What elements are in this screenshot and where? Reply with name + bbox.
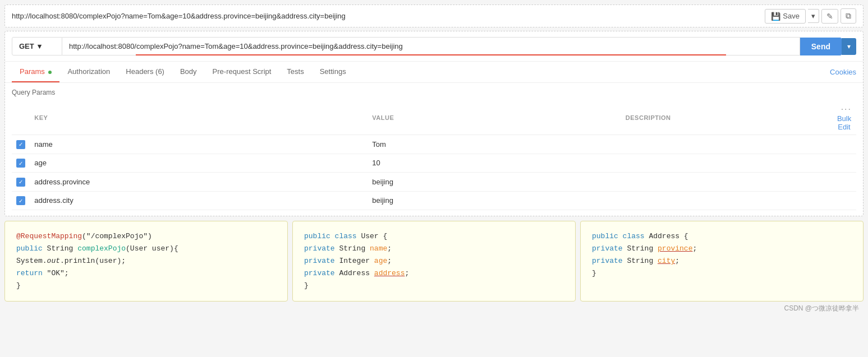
tab-tests[interactable]: Tests: [279, 62, 311, 82]
code-token: ;: [675, 257, 679, 265]
row-value[interactable]: beijing: [368, 191, 621, 210]
code-token: private: [304, 269, 335, 277]
tab-authorization[interactable]: Authorization: [59, 62, 118, 82]
tab-tests-label: Tests: [287, 67, 304, 76]
code-token: public: [592, 232, 623, 240]
edit-icon: ✎: [826, 12, 833, 21]
tab-params-label: Params: [20, 67, 45, 76]
code-token: String: [43, 244, 77, 253]
query-params-section: Query Params KEY VALUE DESCRIPTION ··· B…: [5, 83, 863, 216]
row-key[interactable]: address.city: [30, 191, 368, 210]
row-value[interactable]: 10: [368, 154, 621, 173]
row-description[interactable]: [621, 173, 832, 192]
code-token: ;: [405, 269, 409, 277]
cookies-link[interactable]: Cookies: [830, 62, 856, 82]
table-row: ✓ address.province beijing: [12, 173, 856, 192]
code-line: }: [592, 267, 852, 280]
col-actions-header: ··· Bulk Edit: [832, 101, 856, 135]
code-token: User {: [361, 232, 387, 240]
row-value[interactable]: Tom: [368, 135, 621, 154]
code-token: public: [16, 244, 43, 253]
code-token: city: [658, 257, 675, 265]
tab-pre-request[interactable]: Pre-request Script: [205, 62, 279, 82]
code-panels: @RequestMapping("/complexPojo")public St…: [4, 221, 864, 302]
code-token: private: [304, 244, 335, 253]
row-actions: [832, 173, 856, 192]
code-token: Address {: [649, 232, 688, 240]
code-token: province: [658, 244, 692, 253]
top-url-text: http://localhost:8080/complexPojo?name=T…: [12, 12, 346, 20]
code-line: private Address address;: [304, 267, 564, 280]
save-button[interactable]: 💾 Save: [765, 9, 806, 24]
code-token: ("/complexPojo"): [82, 232, 152, 240]
row-checkbox[interactable]: ✓: [12, 173, 30, 192]
code-panel-2: public class User { private String name;…: [292, 221, 576, 302]
send-label: Send: [811, 42, 830, 51]
code-token: "OK";: [43, 269, 69, 277]
code-token: }: [304, 281, 309, 290]
edit-icon-button[interactable]: ✎: [821, 9, 838, 24]
main-container: http://localhost:8080/complexPojo?name=T…: [0, 0, 868, 357]
query-params-title: Query Params: [12, 89, 856, 96]
csdn-watermark: CSDN @つ微凉徒晔拿半: [4, 302, 864, 316]
row-checkbox[interactable]: ✓: [12, 154, 30, 173]
table-row: ✓ name Tom: [12, 135, 856, 154]
method-label: GET: [19, 42, 34, 50]
save-dropdown-button[interactable]: ▾: [808, 9, 819, 23]
tab-settings[interactable]: Settings: [312, 62, 354, 82]
code-token: private: [304, 257, 335, 265]
code-line: System.out.println(user);: [16, 255, 276, 267]
row-key[interactable]: address.province: [30, 173, 368, 192]
method-url-row: GET ▾ Send ▾: [5, 31, 863, 62]
save-area: 💾 Save ▾ ✎ ⧉: [765, 8, 856, 24]
code-line: }: [16, 280, 276, 292]
url-input[interactable]: [62, 37, 800, 55]
code-token: Address: [335, 269, 374, 277]
send-dropdown-button[interactable]: ▾: [842, 38, 856, 55]
method-select[interactable]: GET ▾: [12, 37, 62, 55]
send-button[interactable]: Send: [800, 38, 842, 55]
col-check-header: [12, 101, 30, 135]
code-token: age: [374, 257, 387, 265]
code-token: out: [47, 257, 60, 265]
row-key[interactable]: name: [30, 135, 368, 154]
code-token: String: [623, 257, 658, 265]
url-input-wrapper: [62, 37, 800, 55]
row-checkbox[interactable]: ✓: [12, 135, 30, 154]
bulk-edit-button[interactable]: Bulk Edit: [837, 114, 852, 131]
code-line: private String city;: [592, 255, 852, 267]
code-token: System.: [16, 257, 47, 265]
row-checkbox[interactable]: ✓: [12, 191, 30, 210]
code-token: String: [335, 244, 370, 253]
code-token: return: [16, 269, 43, 277]
save-label: Save: [783, 12, 800, 20]
row-actions: [832, 191, 856, 210]
code-token: }: [16, 281, 21, 290]
tab-params[interactable]: Params: [12, 62, 59, 82]
row-description[interactable]: [621, 135, 832, 154]
tabs-left: Params Authorization Headers (6) Body Pr…: [12, 62, 354, 82]
code-token: address: [374, 269, 405, 277]
method-chevron-icon: ▾: [38, 42, 42, 50]
code-token: }: [592, 269, 596, 277]
code-line: public class Address {: [592, 230, 852, 243]
row-actions: [832, 135, 856, 154]
url-bar-top: http://localhost:8080/complexPojo?name=T…: [4, 4, 864, 27]
row-value[interactable]: beijing: [368, 173, 621, 192]
tab-body[interactable]: Body: [172, 62, 205, 82]
code-token: class: [335, 232, 361, 240]
code-line: public class User {: [304, 230, 564, 243]
row-description[interactable]: [621, 191, 832, 210]
code-token: ;: [387, 257, 392, 265]
save-icon: 💾: [771, 12, 780, 21]
more-button[interactable]: ···: [841, 104, 852, 114]
code-token: String: [623, 244, 658, 253]
row-description[interactable]: [621, 154, 832, 173]
row-key[interactable]: age: [30, 154, 368, 173]
copy-icon-button[interactable]: ⧉: [841, 8, 856, 24]
code-token: ;: [692, 244, 697, 253]
tab-headers[interactable]: Headers (6): [118, 62, 172, 82]
table-row: ✓ address.city beijing: [12, 191, 856, 210]
code-token: (User user){: [126, 244, 178, 253]
code-token: ;: [387, 244, 392, 253]
